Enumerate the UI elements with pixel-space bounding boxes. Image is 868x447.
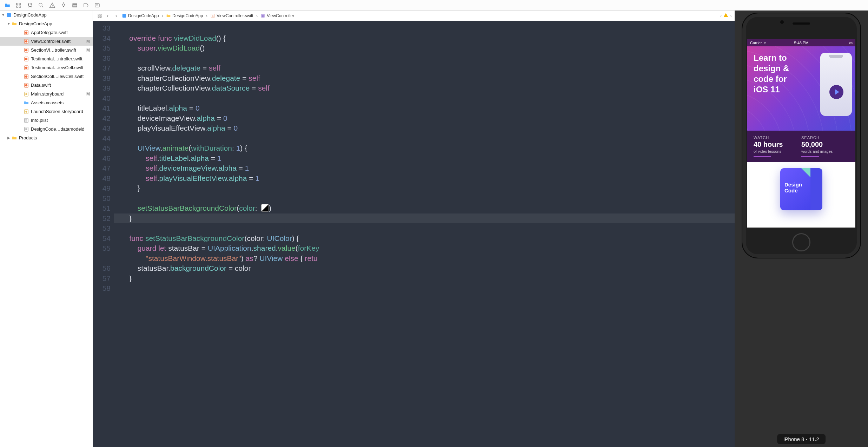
file-viewcontroller-swift[interactable]: ViewController.swiftM <box>0 37 93 46</box>
folder-icon[interactable] <box>4 1 11 9</box>
file-sectioncoll-iewcell-swift[interactable]: SectionColl…iewCell.swift <box>0 72 93 81</box>
line-gutter: 3334353637383940414243444546474849505152… <box>93 21 114 447</box>
simulator-screen[interactable]: Carrier ᯤ 5:48 PM ▭ Learn todesign &code… <box>747 39 855 228</box>
back-button[interactable]: ‹ <box>104 13 112 19</box>
code-content[interactable]: override func viewDidLoad() { super.view… <box>114 21 735 447</box>
file-label: SectionVi…troller.swift <box>31 47 84 53</box>
source-control-icon[interactable] <box>15 1 22 9</box>
disclosure-triangle-icon[interactable]: ▼ <box>6 22 11 26</box>
simulator-panel: Carrier ᯤ 5:48 PM ▭ Learn todesign &code… <box>735 11 868 447</box>
svg-point-31 <box>25 111 27 112</box>
jump-bar-segment[interactable]: CViewController <box>259 13 296 18</box>
file-designcode-datamodeld[interactable]: DesignCode…datamodeld <box>0 125 93 133</box>
file-label: LaunchScreen.storyboard <box>31 109 90 114</box>
book-title: DesignCode <box>784 182 802 194</box>
related-items-icon[interactable] <box>96 13 104 18</box>
source-editor[interactable]: 3334353637383940414243444546474849505152… <box>93 21 735 447</box>
next-issue-icon[interactable]: › <box>730 13 732 19</box>
scm-badge: M <box>84 92 90 97</box>
file-appdelegate-swift[interactable]: AppDelegate.swift <box>0 28 93 37</box>
svg-rect-1 <box>19 3 21 5</box>
file-label: Info.plist <box>31 118 90 123</box>
svg-rect-12 <box>95 3 99 7</box>
svg-rect-37 <box>98 16 99 18</box>
simulator-device[interactable]: Carrier ᯤ 5:48 PM ▭ Learn todesign &code… <box>742 13 861 258</box>
file-icon <box>23 91 29 97</box>
jump-bar-segment[interactable]: SViewController.swift <box>209 13 254 18</box>
file-label: Testimonial…ntroller.swift <box>31 56 90 61</box>
jump-bar[interactable]: ‹ › DesignCodeApp › DesignCodeApp › SVie… <box>93 11 735 21</box>
stat-label: SEARCH <box>801 136 849 140</box>
svg-rect-3 <box>19 6 21 7</box>
symbol-navigator-icon[interactable] <box>26 1 34 9</box>
svg-rect-13 <box>7 13 11 17</box>
file-label: DesignCode…datamodeld <box>31 126 90 132</box>
disclosure-triangle-icon[interactable]: ▶ <box>6 136 11 140</box>
file-data-swift[interactable]: Data.swift <box>0 81 93 90</box>
file-label: ViewController.swift <box>31 39 84 44</box>
home-button[interactable] <box>792 233 810 251</box>
stat-value: 40 hours <box>754 140 801 149</box>
file-icon <box>23 65 29 71</box>
navigator-toolbar <box>0 0 868 11</box>
svg-point-21 <box>25 58 28 60</box>
jump-bar-segment[interactable]: DesignCodeApp <box>120 13 160 18</box>
svg-rect-9 <box>73 4 77 4</box>
chevron-right-icon: › <box>160 13 165 19</box>
chevron-right-icon: › <box>255 13 259 19</box>
project-root[interactable]: ▼ DesignCodeApp <box>0 11 93 19</box>
test-navigator-icon[interactable] <box>60 1 67 9</box>
file-label: Main.storyboard <box>31 91 84 97</box>
svg-point-6 <box>28 6 29 7</box>
file-info-plist[interactable]: Info.plist <box>0 116 93 125</box>
find-navigator-icon[interactable] <box>37 1 45 9</box>
file-sectionvi-troller-swift[interactable]: SectionVi…troller.swiftM <box>0 46 93 54</box>
file-main-storyboard[interactable]: Main.storyboardM <box>0 90 93 98</box>
stat-sub: words and images <box>801 149 849 153</box>
file-icon <box>23 117 29 124</box>
file-label: AppDelegate.swift <box>31 30 90 35</box>
time-label: 5:48 PM <box>794 41 809 45</box>
breakpoint-navigator-icon[interactable] <box>82 1 90 9</box>
file-testimonial-ntroller-swift[interactable]: Testimonial…ntroller.swift <box>0 54 93 63</box>
group-label: DesignCodeApp <box>19 21 90 26</box>
file-icon <box>23 56 29 62</box>
project-navigator[interactable]: ▼ DesignCodeApp ▼ DesignCodeApp AppDeleg… <box>0 11 93 447</box>
svg-point-23 <box>25 66 28 69</box>
folder-icon <box>11 21 18 27</box>
play-button[interactable] <box>829 85 843 99</box>
jump-bar-segment[interactable]: DesignCodeApp <box>165 13 204 18</box>
products-folder[interactable]: ▶ Products <box>0 133 93 142</box>
svg-point-17 <box>25 40 28 42</box>
file-launchscreen-storyboard[interactable]: LaunchScreen.storyboard <box>0 107 93 116</box>
stat-block: WATCH40 hoursof video lessons <box>754 136 801 157</box>
svg-rect-34 <box>25 128 27 130</box>
disclosure-triangle-icon[interactable]: ▼ <box>1 13 6 17</box>
svg-point-8 <box>39 3 42 6</box>
svg-rect-36 <box>100 14 101 15</box>
svg-rect-0 <box>16 3 18 5</box>
issue-navigator-icon[interactable] <box>48 1 56 9</box>
debug-navigator-icon[interactable] <box>71 1 79 9</box>
file-icon <box>23 100 29 106</box>
prev-issue-icon[interactable]: ‹ <box>720 13 722 19</box>
file-icon <box>23 38 29 45</box>
svg-rect-10 <box>73 5 77 6</box>
svg-text:S: S <box>212 14 214 17</box>
group-folder[interactable]: ▼ DesignCodeApp <box>0 19 93 28</box>
stat-label: WATCH <box>754 136 801 140</box>
stat-value: 50,000 <box>801 140 849 149</box>
warning-icon[interactable] <box>723 12 729 19</box>
hero-title: Learn todesign &code foriOS 11 <box>754 53 799 95</box>
file-icon <box>23 82 29 88</box>
file-icon <box>23 47 29 53</box>
svg-point-15 <box>25 31 28 34</box>
file-label: Testimonial…iewCell.swift <box>31 65 90 70</box>
book-card[interactable]: DesignCode <box>780 168 822 210</box>
forward-button[interactable]: › <box>112 13 120 19</box>
file-icon <box>23 109 29 115</box>
file-assets-xcassets[interactable]: Assets.xcassets <box>0 98 93 107</box>
report-navigator-icon[interactable] <box>93 1 101 9</box>
file-testimonial-iewcell-swift[interactable]: Testimonial…iewCell.swift <box>0 63 93 72</box>
svg-point-7 <box>31 6 32 7</box>
